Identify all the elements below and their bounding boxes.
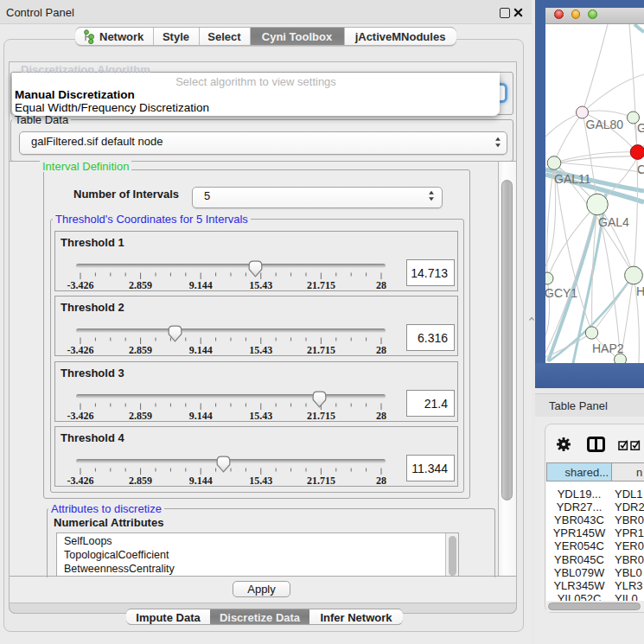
svg-text:GAL80: GAL80	[586, 118, 624, 131]
svg-text:H: H	[636, 284, 644, 298]
svg-text:GA: GA	[637, 121, 644, 135]
svg-text:C: C	[637, 163, 644, 176]
svg-text:GAL4: GAL4	[598, 215, 629, 229]
svg-text:GCY1: GCY1	[545, 286, 577, 300]
svg-text:HAP2: HAP2	[592, 341, 624, 355]
svg-text:GAL11: GAL11	[554, 172, 591, 186]
